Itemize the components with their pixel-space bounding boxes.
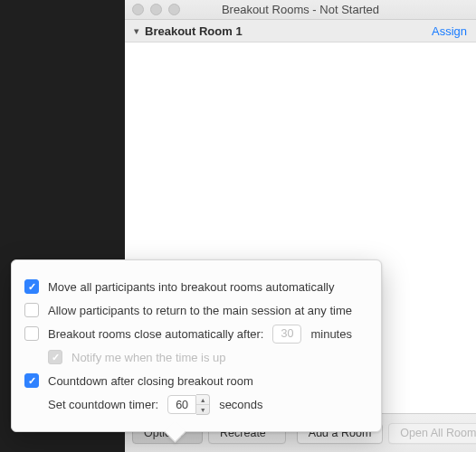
option-label: Allow participants to return to the main…: [48, 304, 352, 317]
open-all-rooms-button: Open All Rooms: [388, 423, 476, 444]
countdown-stepper[interactable]: 60 ▲ ▼: [167, 394, 210, 415]
minutes-unit-label: minutes: [310, 327, 352, 341]
minimize-window-icon[interactable]: [150, 4, 162, 15]
checkbox[interactable]: [24, 373, 39, 388]
assign-link[interactable]: Assign: [432, 24, 467, 38]
stepper-down-icon[interactable]: ▼: [196, 404, 209, 414]
option-label: Countdown after closing breakout room: [48, 374, 253, 388]
stepper-up-icon[interactable]: ▲: [196, 395, 209, 404]
open-all-rooms-button-label: Open All Rooms: [400, 427, 476, 439]
option-row-allow-return[interactable]: Allow participants to return to the main…: [24, 300, 368, 320]
countdown-timer-row: Set countdown timer: 60 ▲ ▼ seconds: [48, 394, 368, 415]
countdown-timer-label: Set countdown timer:: [48, 398, 158, 411]
option-row-move-auto[interactable]: Move all participants into breakout room…: [24, 277, 368, 297]
checkbox[interactable]: [24, 303, 39, 317]
zoom-window-icon[interactable]: [168, 4, 180, 15]
option-row-countdown[interactable]: Countdown after closing breakout room: [24, 371, 368, 391]
room-name-label: Breakout Room 1: [145, 24, 243, 38]
room-header-row[interactable]: ▾ Breakout Room 1 Assign: [125, 20, 476, 42]
stepper-control[interactable]: ▲ ▼: [196, 394, 210, 415]
checkbox[interactable]: [24, 279, 39, 294]
option-label: Breakout rooms close automatically after…: [48, 327, 263, 341]
option-row-close-after[interactable]: Breakout rooms close automatically after…: [24, 324, 368, 344]
close-window-icon[interactable]: [132, 4, 144, 15]
seconds-unit-label: seconds: [219, 398, 262, 411]
option-label: Notify me when the time is up: [71, 351, 226, 364]
close-after-minutes-field[interactable]: 30: [272, 325, 301, 344]
option-label: Move all participants into breakout room…: [48, 280, 334, 294]
countdown-seconds-field[interactable]: 60: [167, 395, 196, 414]
disclosure-triangle-icon[interactable]: ▾: [130, 25, 143, 37]
checkbox[interactable]: [24, 326, 39, 341]
traffic-lights: [125, 4, 180, 15]
option-row-notify: Notify me when the time is up: [48, 347, 368, 367]
window-titlebar: Breakout Rooms - Not Started: [125, 0, 476, 20]
options-popover: Move all participants into breakout room…: [11, 259, 382, 432]
checkbox: [48, 350, 62, 364]
